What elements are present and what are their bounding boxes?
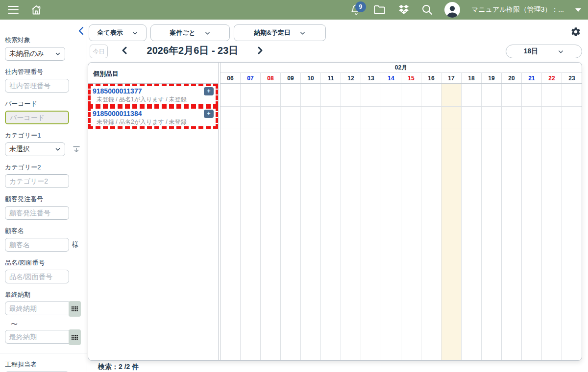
calendar-column xyxy=(521,84,541,360)
range-length-select[interactable]: 18日 xyxy=(506,45,582,58)
chevron-down-icon xyxy=(55,146,61,152)
calendar-column xyxy=(541,84,562,360)
calendar-column xyxy=(300,84,320,360)
category1-value: 未選択 xyxy=(9,145,30,154)
user-avatar[interactable] xyxy=(444,2,460,18)
barcode-input[interactable] xyxy=(5,111,69,124)
user-role-label: マニュアル権限（管理3）：... xyxy=(471,5,564,14)
add-process-button[interactable]: + xyxy=(204,110,214,118)
chevron-down-icon xyxy=(132,30,138,36)
calendar-column xyxy=(320,84,341,360)
search-result-count: 検索：2 /2 件 xyxy=(98,363,139,372)
item-id-link[interactable]: 9185000011384 xyxy=(91,109,216,117)
calendar-column xyxy=(341,84,361,360)
month-label: 02月 xyxy=(395,64,407,72)
customer-name-input[interactable] xyxy=(5,238,69,252)
day-header-cell: 20 xyxy=(501,73,521,83)
folder-icon[interactable] xyxy=(373,4,386,15)
day-header-cell: 19 xyxy=(481,73,501,83)
due-from-input[interactable] xyxy=(5,302,69,315)
chevron-down-icon xyxy=(558,48,564,55)
calendar-body xyxy=(220,84,582,360)
display-filter-value: 全て表示 xyxy=(97,28,122,37)
calendar-column xyxy=(361,84,381,360)
item-column: 個別品目 9185000011377未登録 / 品名1が入ります / 未登録+9… xyxy=(88,63,218,360)
add-process-button[interactable]: + xyxy=(204,87,214,95)
day-header-cell: 08 xyxy=(260,73,280,83)
chevron-down-icon xyxy=(299,30,306,36)
calendar-grid: 02月 060708091011121314151617181920212223 xyxy=(220,63,582,360)
calendar-column xyxy=(240,84,260,360)
day-header-cell: 18 xyxy=(461,73,481,83)
category2-label: カテゴリー2 xyxy=(5,163,82,172)
date-type-filter-select[interactable]: 納期&予定日 xyxy=(234,24,326,41)
customer-name-label: 顧客名 xyxy=(5,227,82,235)
item-column-header: 個別品目 xyxy=(88,63,218,84)
item-status-text: 未登録 / 品名1が入ります / 未登録 xyxy=(91,95,216,104)
day-header-cell: 12 xyxy=(341,73,361,83)
display-filter-select[interactable]: 全て表示 xyxy=(89,24,147,41)
due-to-input[interactable] xyxy=(5,330,69,344)
search-target-select[interactable]: 未納品のみ xyxy=(5,47,65,61)
user-menu-caret-icon[interactable] xyxy=(575,8,581,12)
search-sidebar: 検索対象 未納品のみ 社内管理番号 バーコード カテゴリー1 未選択 カテゴリー… xyxy=(0,20,87,372)
today-column xyxy=(441,84,461,360)
item-row[interactable]: 9185000011384未登録 / 品名2が入ります / 未登録+ xyxy=(88,106,218,129)
calendar-grid-icon xyxy=(72,335,78,340)
item-id-link[interactable]: 9185000011377 xyxy=(91,86,216,95)
calendar-column xyxy=(501,84,521,360)
row-separator xyxy=(220,129,582,129)
notification-bell-icon[interactable]: 9 xyxy=(350,3,362,16)
calendar-column xyxy=(401,84,421,360)
grouping-filter-select[interactable]: 案件ごと xyxy=(150,24,230,41)
next-period-icon[interactable] xyxy=(257,46,264,55)
topbar: 9 マニュ xyxy=(0,0,588,20)
due-to-calendar-button[interactable] xyxy=(69,329,81,345)
customer-suffix: 様 xyxy=(72,240,79,249)
range-length-value: 18日 xyxy=(524,47,539,56)
day-header-cell: 13 xyxy=(361,73,381,83)
category1-select[interactable]: 未選択 xyxy=(5,142,65,156)
item-name-input[interactable] xyxy=(5,270,69,283)
internal-no-label: 社内管理番号 xyxy=(5,68,82,76)
calendar-column xyxy=(562,84,582,360)
day-header-cell: 07 xyxy=(240,73,260,83)
search-icon[interactable] xyxy=(421,4,433,16)
day-header-cell: 10 xyxy=(300,73,320,83)
chevron-down-icon xyxy=(204,30,211,36)
hamburger-menu-icon[interactable] xyxy=(8,6,19,14)
day-header-row: 060708091011121314151617181920212223 xyxy=(220,73,582,84)
category2-input[interactable] xyxy=(5,174,69,188)
day-header-cell: 21 xyxy=(521,73,541,83)
home-icon[interactable] xyxy=(30,4,42,16)
day-header-cell: 15 xyxy=(401,73,421,83)
notification-count-badge: 9 xyxy=(355,1,366,12)
day-header-cell: 17 xyxy=(441,73,461,83)
calendar-grid-icon xyxy=(72,306,78,312)
item-row[interactable]: 9185000011377未登録 / 品名1が入ります / 未登録+ xyxy=(88,84,218,106)
collapse-sidebar-icon[interactable] xyxy=(77,26,85,36)
settings-gear-icon[interactable] xyxy=(570,26,581,37)
process-staff-label: 工程担当者 xyxy=(5,360,82,369)
calendar-column xyxy=(280,84,300,360)
calendar-column xyxy=(461,84,481,360)
collapse-to-bottom-icon[interactable] xyxy=(72,145,81,154)
sidebar-divider xyxy=(0,353,87,353)
due-from-calendar-button[interactable] xyxy=(69,301,81,317)
dropbox-icon[interactable] xyxy=(397,4,410,16)
today-button[interactable]: 今日 xyxy=(90,45,108,58)
calendar-column xyxy=(481,84,501,360)
calendar-column xyxy=(381,84,401,360)
prev-period-icon[interactable] xyxy=(121,46,128,55)
calendar-column xyxy=(260,84,280,360)
date-type-filter-value: 納期&予定日 xyxy=(254,28,290,37)
search-target-value: 未納品のみ xyxy=(9,49,44,58)
date-range-title: 2026年2月6日 - 23日 xyxy=(131,44,254,57)
internal-no-input[interactable] xyxy=(5,79,69,93)
item-list: 9185000011377未登録 / 品名1が入ります / 未登録+918500… xyxy=(88,84,218,129)
calendar-column xyxy=(421,84,441,360)
barcode-label: バーコード xyxy=(5,99,82,108)
day-header-cell: 09 xyxy=(280,73,300,83)
customer-order-input[interactable] xyxy=(5,206,69,220)
grouping-filter-value: 案件ごと xyxy=(170,28,196,37)
